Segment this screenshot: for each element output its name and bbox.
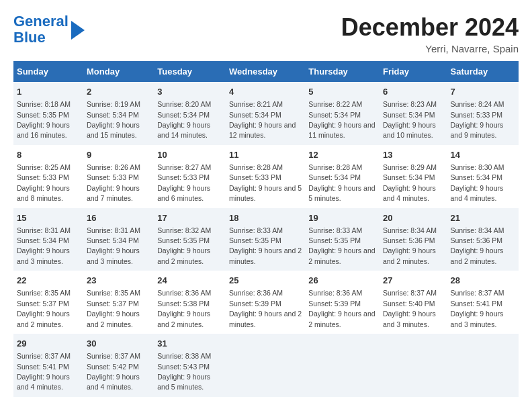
calendar-cell: 22 Sunrise: 8:35 AMSunset: 5:37 PMDaylig… xyxy=(13,271,83,334)
logo-blue: Blue xyxy=(13,29,46,46)
day-number: 21 xyxy=(450,212,515,224)
calendar-cell xyxy=(447,334,519,397)
cell-info: Sunrise: 8:23 AMSunset: 5:34 PMDaylight:… xyxy=(383,100,437,139)
col-thursday: Thursday xyxy=(305,61,380,82)
cell-info: Sunrise: 8:18 AMSunset: 5:35 PMDaylight:… xyxy=(17,100,71,139)
day-number: 12 xyxy=(308,149,376,161)
cell-info: Sunrise: 8:37 AMSunset: 5:40 PMDaylight:… xyxy=(383,289,437,328)
day-number: 30 xyxy=(87,338,150,350)
day-number: 31 xyxy=(157,338,222,350)
cell-info: Sunrise: 8:38 AMSunset: 5:43 PMDaylight:… xyxy=(157,352,211,391)
day-number: 22 xyxy=(17,275,80,287)
calendar-cell: 15 Sunrise: 8:31 AMSunset: 5:34 PMDaylig… xyxy=(13,208,83,271)
location-text: Yerri, Navarre, Spain xyxy=(341,43,519,54)
day-number: 17 xyxy=(157,212,222,224)
cell-info: Sunrise: 8:20 AMSunset: 5:34 PMDaylight:… xyxy=(157,100,211,139)
logo-general: General xyxy=(13,13,69,30)
day-number: 7 xyxy=(450,86,515,98)
day-number: 4 xyxy=(229,86,302,98)
day-number: 13 xyxy=(383,149,444,161)
logo-text: General Blue xyxy=(13,13,69,46)
month-title: December 2024 xyxy=(341,13,519,42)
day-number: 18 xyxy=(229,212,302,224)
day-number: 25 xyxy=(229,275,302,287)
cell-info: Sunrise: 8:28 AMSunset: 5:34 PMDaylight:… xyxy=(308,163,375,202)
cell-info: Sunrise: 8:32 AMSunset: 5:35 PMDaylight:… xyxy=(157,226,211,265)
cell-info: Sunrise: 8:22 AMSunset: 5:34 PMDaylight:… xyxy=(308,100,375,139)
cell-info: Sunrise: 8:37 AMSunset: 5:41 PMDaylight:… xyxy=(450,289,504,328)
calendar-cell: 10 Sunrise: 8:27 AMSunset: 5:33 PMDaylig… xyxy=(154,145,226,208)
calendar-cell: 4 Sunrise: 8:21 AMSunset: 5:34 PMDayligh… xyxy=(226,82,305,145)
title-block: December 2024 Yerri, Navarre, Spain xyxy=(341,13,519,54)
calendar-cell: 17 Sunrise: 8:32 AMSunset: 5:35 PMDaylig… xyxy=(154,208,226,271)
calendar-cell: 1 Sunrise: 8:18 AMSunset: 5:35 PMDayligh… xyxy=(13,82,83,145)
calendar-cell xyxy=(380,334,447,397)
week-row-5: 29 Sunrise: 8:37 AMSunset: 5:41 PMDaylig… xyxy=(13,334,519,397)
col-wednesday: Wednesday xyxy=(226,61,305,82)
logo: General Blue xyxy=(13,13,85,46)
header-row: Sunday Monday Tuesday Wednesday Thursday… xyxy=(13,61,519,82)
calendar-cell: 24 Sunrise: 8:36 AMSunset: 5:38 PMDaylig… xyxy=(154,271,226,334)
calendar-table: Sunday Monday Tuesday Wednesday Thursday… xyxy=(13,61,519,397)
cell-info: Sunrise: 8:28 AMSunset: 5:33 PMDaylight:… xyxy=(229,163,302,202)
cell-info: Sunrise: 8:34 AMSunset: 5:36 PMDaylight:… xyxy=(383,226,437,265)
day-number: 28 xyxy=(450,275,515,287)
day-number: 23 xyxy=(87,275,150,287)
cell-info: Sunrise: 8:33 AMSunset: 5:35 PMDaylight:… xyxy=(308,226,375,265)
calendar-cell: 26 Sunrise: 8:36 AMSunset: 5:39 PMDaylig… xyxy=(305,271,380,334)
cell-info: Sunrise: 8:34 AMSunset: 5:36 PMDaylight:… xyxy=(450,226,504,265)
cell-info: Sunrise: 8:21 AMSunset: 5:34 PMDaylight:… xyxy=(229,100,296,139)
calendar-cell: 20 Sunrise: 8:34 AMSunset: 5:36 PMDaylig… xyxy=(380,208,447,271)
page-header: General Blue December 2024 Yerri, Navarr… xyxy=(13,13,519,54)
calendar-cell: 23 Sunrise: 8:35 AMSunset: 5:37 PMDaylig… xyxy=(83,271,154,334)
cell-info: Sunrise: 8:27 AMSunset: 5:33 PMDaylight:… xyxy=(157,163,211,202)
calendar-cell: 11 Sunrise: 8:28 AMSunset: 5:33 PMDaylig… xyxy=(226,145,305,208)
day-number: 27 xyxy=(383,275,444,287)
calendar-cell: 5 Sunrise: 8:22 AMSunset: 5:34 PMDayligh… xyxy=(305,82,380,145)
cell-info: Sunrise: 8:37 AMSunset: 5:41 PMDaylight:… xyxy=(17,352,71,391)
col-saturday: Saturday xyxy=(447,61,519,82)
day-number: 24 xyxy=(157,275,222,287)
cell-info: Sunrise: 8:24 AMSunset: 5:33 PMDaylight:… xyxy=(450,100,504,139)
cell-info: Sunrise: 8:25 AMSunset: 5:33 PMDaylight:… xyxy=(17,163,71,202)
calendar-cell: 18 Sunrise: 8:33 AMSunset: 5:35 PMDaylig… xyxy=(226,208,305,271)
day-number: 11 xyxy=(229,149,302,161)
cell-info: Sunrise: 8:35 AMSunset: 5:37 PMDaylight:… xyxy=(17,289,71,328)
calendar-cell: 14 Sunrise: 8:30 AMSunset: 5:34 PMDaylig… xyxy=(447,145,519,208)
calendar-cell: 6 Sunrise: 8:23 AMSunset: 5:34 PMDayligh… xyxy=(380,82,447,145)
calendar-cell: 29 Sunrise: 8:37 AMSunset: 5:41 PMDaylig… xyxy=(13,334,83,397)
week-row-1: 1 Sunrise: 8:18 AMSunset: 5:35 PMDayligh… xyxy=(13,82,519,145)
cell-info: Sunrise: 8:36 AMSunset: 5:39 PMDaylight:… xyxy=(229,289,302,328)
calendar-cell: 16 Sunrise: 8:31 AMSunset: 5:34 PMDaylig… xyxy=(83,208,154,271)
calendar-cell xyxy=(226,334,305,397)
day-number: 3 xyxy=(157,86,222,98)
day-number: 9 xyxy=(87,149,150,161)
calendar-cell: 19 Sunrise: 8:33 AMSunset: 5:35 PMDaylig… xyxy=(305,208,380,271)
col-tuesday: Tuesday xyxy=(154,61,226,82)
cell-info: Sunrise: 8:19 AMSunset: 5:34 PMDaylight:… xyxy=(87,100,140,139)
cell-info: Sunrise: 8:26 AMSunset: 5:33 PMDaylight:… xyxy=(87,163,140,202)
day-number: 8 xyxy=(17,149,80,161)
day-number: 6 xyxy=(383,86,444,98)
calendar-cell: 31 Sunrise: 8:38 AMSunset: 5:43 PMDaylig… xyxy=(154,334,226,397)
week-row-2: 8 Sunrise: 8:25 AMSunset: 5:33 PMDayligh… xyxy=(13,145,519,208)
day-number: 2 xyxy=(87,86,150,98)
day-number: 26 xyxy=(308,275,376,287)
calendar-cell: 9 Sunrise: 8:26 AMSunset: 5:33 PMDayligh… xyxy=(83,145,154,208)
calendar-body: 1 Sunrise: 8:18 AMSunset: 5:35 PMDayligh… xyxy=(13,82,519,397)
day-number: 20 xyxy=(383,212,444,224)
day-number: 1 xyxy=(17,86,80,98)
calendar-cell: 25 Sunrise: 8:36 AMSunset: 5:39 PMDaylig… xyxy=(226,271,305,334)
day-number: 16 xyxy=(87,212,150,224)
logo-arrow-icon xyxy=(71,21,85,40)
calendar-cell: 28 Sunrise: 8:37 AMSunset: 5:41 PMDaylig… xyxy=(447,271,519,334)
calendar-cell: 30 Sunrise: 8:37 AMSunset: 5:42 PMDaylig… xyxy=(83,334,154,397)
calendar-cell: 7 Sunrise: 8:24 AMSunset: 5:33 PMDayligh… xyxy=(447,82,519,145)
week-row-3: 15 Sunrise: 8:31 AMSunset: 5:34 PMDaylig… xyxy=(13,208,519,271)
day-number: 5 xyxy=(308,86,376,98)
day-number: 10 xyxy=(157,149,222,161)
cell-info: Sunrise: 8:36 AMSunset: 5:39 PMDaylight:… xyxy=(308,289,375,328)
calendar-cell: 2 Sunrise: 8:19 AMSunset: 5:34 PMDayligh… xyxy=(83,82,154,145)
cell-info: Sunrise: 8:36 AMSunset: 5:38 PMDaylight:… xyxy=(157,289,211,328)
cell-info: Sunrise: 8:31 AMSunset: 5:34 PMDaylight:… xyxy=(87,226,140,265)
